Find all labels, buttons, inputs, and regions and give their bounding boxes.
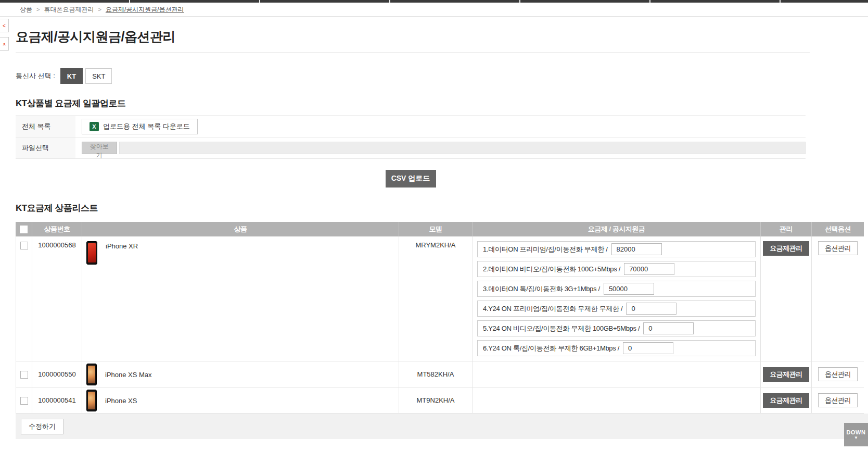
column-header-model: 모델 xyxy=(399,222,473,236)
model-cell: MT9N2KH/A xyxy=(399,388,473,414)
row-checkbox[interactable] xyxy=(20,371,28,379)
plan-row-2: 2.데이터ON 비디오/집/이동전화 100G+5Mbps / xyxy=(477,261,756,277)
breadcrumb-separator: > xyxy=(98,6,101,12)
plan-row-6: 6.Y24 ON 톡/집/이동전화 무제한 6GB+1Mbps / xyxy=(477,340,756,356)
row-checkbox[interactable] xyxy=(20,242,28,249)
select-all-checkbox[interactable] xyxy=(20,226,28,233)
manage-plan-button[interactable]: 요금제관리 xyxy=(763,393,809,408)
carrier-select-label: 통신사 선택 : xyxy=(16,71,55,81)
manage-option-button[interactable]: 옵션관리 xyxy=(818,241,858,255)
breadcrumb-item-current[interactable]: 요금제/공시지원금/옵션관리 xyxy=(106,5,184,14)
chevron-left-icon: < xyxy=(3,23,6,29)
collapse-up-button[interactable]: « xyxy=(0,37,9,51)
modify-button[interactable]: 수정하기 xyxy=(21,419,63,434)
plan-label: 4.Y24 ON 프리미엄/집/이동전화 무제한 무제한 / xyxy=(483,304,622,314)
table-row-iphone-xs-max: 1000000550 iPhone XS Max MT582KH/A 요금제관리… xyxy=(16,361,864,388)
table-header-row: 상품번호 상품 모델 요금제 / 공시지원금 관리 선택옵션 xyxy=(16,222,864,236)
breadcrumb: 상품 > 휴대폰요금제관리 > 요금제/공시지원금/옵션관리 xyxy=(0,3,868,17)
model-cell: MT582KH/A xyxy=(399,361,473,388)
product-no-cell: 1000000541 xyxy=(32,388,82,414)
full-list-label: 전체 목록 xyxy=(16,116,75,137)
product-no-cell: 1000000550 xyxy=(32,361,82,388)
carrier-button-skt[interactable]: SKT xyxy=(85,68,112,84)
plans-cell-empty xyxy=(473,361,761,388)
page-title: 요금제/공시지원금/옵션관리 xyxy=(16,28,868,45)
product-list-heading: KT요금제 상품리스트 xyxy=(16,202,868,214)
row-checkbox[interactable] xyxy=(20,397,28,405)
double-chevron-up-icon: « xyxy=(2,43,7,45)
breadcrumb-item-products[interactable]: 상품 xyxy=(20,5,32,14)
model-cell: MRYM2KH/A xyxy=(399,236,473,361)
file-path-input[interactable] xyxy=(119,142,806,154)
download-full-list-label: 업로드용 전체 목록 다운로드 xyxy=(103,122,190,131)
manage-plan-button[interactable]: 요금제관리 xyxy=(763,241,809,256)
csv-upload-button[interactable]: CSV 업로드 xyxy=(386,170,436,188)
browse-button[interactable]: 찾아보기 xyxy=(82,142,117,154)
table-row-iphone-xr: 1000000568 iPhone XR MRYM2KH/A 1.데이터ON 프… xyxy=(16,236,864,361)
scroll-down-button[interactable]: DOWN ▼ xyxy=(844,423,868,446)
plan-row-1: 1.데이터ON 프리미엄/집/이동전화 무제한 / xyxy=(477,241,756,257)
caret-down-icon: ▼ xyxy=(854,435,858,440)
manage-option-button[interactable]: 옵션관리 xyxy=(818,367,858,381)
manage-plan-button[interactable]: 요금제관리 xyxy=(763,367,809,382)
plan-label: 2.데이터ON 비디오/집/이동전화 100G+5Mbps / xyxy=(483,265,620,274)
column-header-option: 선택옵션 xyxy=(812,222,864,236)
plan-row-5: 5.Y24 ON 비디오/집/이동전화 무제한 100GB+5Mbps / xyxy=(477,320,756,336)
scroll-down-label: DOWN xyxy=(847,429,866,435)
title-divider xyxy=(16,53,810,53)
upload-row-file-select: 파일선택 찾아보기 xyxy=(16,138,806,159)
excel-icon: X xyxy=(90,122,99,131)
carrier-button-kt[interactable]: KT xyxy=(60,68,83,84)
plan-row-3: 3.데이터ON 톡/집/이동전화 3G+1Mbps / xyxy=(477,281,756,297)
bottom-action-bar: 수정하기 xyxy=(16,414,868,439)
upload-row-full-list: 전체 목록 X 업로드용 전체 목록 다운로드 xyxy=(16,116,806,138)
manage-option-button[interactable]: 옵션관리 xyxy=(818,393,858,407)
side-panel-toggles: < « xyxy=(0,19,9,55)
plan-subsidy-input[interactable] xyxy=(643,322,694,334)
product-no-cell: 1000000568 xyxy=(32,236,82,361)
plan-label: 1.데이터ON 프리미엄/집/이동전화 무제한 / xyxy=(483,245,608,254)
column-header-manage: 관리 xyxy=(761,222,812,236)
column-header-product: 상품 xyxy=(82,222,399,236)
plan-label: 3.데이터ON 톡/집/이동전화 3G+1Mbps / xyxy=(483,284,600,294)
plan-subsidy-input[interactable] xyxy=(624,263,674,275)
product-name: iPhone XS Max xyxy=(105,370,152,379)
upload-form: 전체 목록 X 업로드용 전체 목록 다운로드 파일선택 찾아보기 xyxy=(16,116,806,159)
product-image-iphone-xs xyxy=(86,390,97,411)
product-table: 상품번호 상품 모델 요금제 / 공시지원금 관리 선택옵션 100000056… xyxy=(16,222,864,414)
plan-subsidy-input[interactable] xyxy=(623,342,673,354)
product-name: iPhone XR xyxy=(106,241,138,250)
collapse-left-button[interactable]: < xyxy=(0,19,9,32)
plan-label: 6.Y24 ON 톡/집/이동전화 무제한 6GB+1Mbps / xyxy=(483,344,619,353)
plans-cell-empty xyxy=(473,388,761,414)
column-header-plan: 요금제 / 공시지원금 xyxy=(473,222,761,236)
column-header-product-no: 상품번호 xyxy=(32,222,82,236)
table-row-iphone-xs: 1000000541 iPhone XS MT9N2KH/A 요금제관리 옵션관… xyxy=(16,388,864,414)
product-image-iphone-xr xyxy=(86,241,97,265)
plan-label: 5.Y24 ON 비디오/집/이동전화 무제한 100GB+5Mbps / xyxy=(483,324,640,333)
product-image-iphone-xs-max xyxy=(86,364,97,385)
plan-subsidy-input[interactable] xyxy=(604,283,654,295)
plan-subsidy-input[interactable] xyxy=(626,303,676,315)
breadcrumb-separator: > xyxy=(36,6,40,12)
plan-row-4: 4.Y24 ON 프리미엄/집/이동전화 무제한 무제한 / xyxy=(477,301,756,317)
file-select-label: 파일선택 xyxy=(16,138,75,158)
upload-section-heading: KT상품별 요금제 일괄업로드 xyxy=(16,97,868,109)
download-full-list-button[interactable]: X 업로드용 전체 목록 다운로드 xyxy=(82,119,198,134)
product-name: iPhone XS xyxy=(105,396,137,405)
carrier-select-row: 통신사 선택 : KT SKT xyxy=(16,68,868,84)
breadcrumb-item-phone-plan-mgmt[interactable]: 휴대폰요금제관리 xyxy=(44,5,94,14)
plan-subsidy-input[interactable] xyxy=(611,243,662,255)
